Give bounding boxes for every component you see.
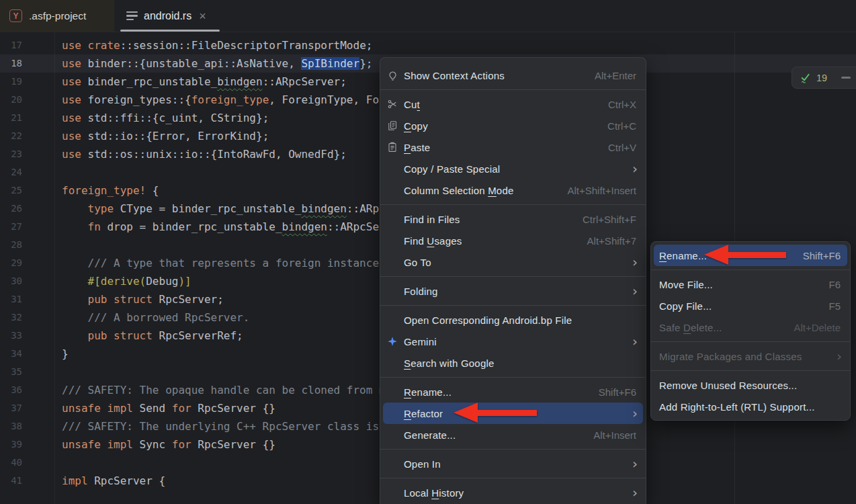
menu-item-find-usages[interactable]: Find UsagesAlt+Shift+7 [380, 230, 646, 251]
line-number[interactable]: 37 [0, 399, 22, 417]
menu-item-local-history[interactable]: Local History› [380, 482, 646, 503]
code-text: use std::ffi::{c_uint, CString}; [62, 109, 269, 127]
menu-item-label: Find Usages [404, 235, 462, 247]
arrow-pointing-rename [704, 245, 786, 265]
inspections-widget[interactable]: 19 [791, 67, 856, 89]
line-number[interactable]: 24 [0, 163, 22, 181]
menu-item-label: Gemini [404, 336, 437, 347]
line-number[interactable]: 26 [0, 200, 22, 218]
menu-item-label: Search with Google [404, 358, 495, 369]
menu-item-label: Safe Delete... [659, 322, 722, 333]
shortcut-hint: Shift+F6 [599, 386, 636, 398]
scissors-icon [387, 99, 404, 110]
active-tab-indicator [120, 30, 220, 32]
menu-separator [380, 305, 646, 306]
line-number[interactable]: 36 [0, 381, 22, 399]
line-number[interactable]: 21 [0, 109, 22, 127]
menu-item-generate[interactable]: Generate...Alt+Insert [380, 424, 646, 446]
line-number[interactable]: 32 [0, 308, 22, 327]
line-number[interactable]: 33 [0, 327, 22, 345]
menu-item-find-in-files[interactable]: Find in FilesCtrl+Shift+F [380, 208, 646, 230]
line-number[interactable]: 35 [0, 363, 22, 381]
code-line-17[interactable]: 17use crate::session::FileDescriptorTran… [0, 36, 856, 54]
code-text: type CType = binder_rpc_unstable_bindgen… [62, 200, 431, 218]
line-number[interactable]: 27 [0, 218, 22, 236]
lightbulb-icon [387, 70, 404, 81]
code-text: use binder_rpc_unstable_bindgen::ARpcSer… [62, 73, 347, 91]
shortcut-hint: Ctrl+V [608, 142, 636, 153]
line-number[interactable]: 19 [0, 73, 22, 91]
menu-item-search-with-google[interactable]: Search with Google [380, 352, 646, 374]
line-number[interactable]: 41 [0, 472, 22, 490]
yaml-file-icon: Y [9, 9, 22, 22]
code-text: #[derive(Debug)] [62, 272, 191, 290]
menu-item-migrate-packages-and-classes: Migrate Packages and Classes› [651, 345, 850, 367]
chevron-right-icon: › [632, 255, 638, 269]
code-text: } [62, 345, 69, 363]
menu-item-label: Go To [404, 257, 431, 268]
line-number[interactable]: 29 [0, 254, 22, 272]
warning-count: 19 [816, 73, 827, 83]
code-text: pub struct RpcServer; [62, 290, 224, 308]
menu-item-rename[interactable]: Rename...Shift+F6 [380, 381, 646, 403]
gemini-star-icon [387, 336, 404, 347]
menu-item-label: Remove Unused Resources... [659, 380, 797, 391]
copy-icon [387, 120, 404, 131]
menu-item-move-file[interactable]: Move File...F6 [651, 274, 850, 295]
gutter-separator [54, 32, 55, 504]
menu-item-folding[interactable]: Folding› [380, 280, 646, 302]
line-number[interactable]: 28 [0, 236, 22, 254]
menu-item-open-in[interactable]: Open In› [380, 453, 646, 474]
menu-item-copy[interactable]: CopyCtrl+C [380, 115, 646, 136]
menu-item-label: Cut [404, 99, 420, 110]
menu-item-copy-paste-special[interactable]: Copy / Paste Special› [380, 158, 646, 179]
editor-tab-bar: Y .asfp-project android.rs × [0, 0, 856, 32]
tab-asfp-project[interactable]: Y .asfp-project [0, 0, 114, 32]
menu-item-open-corresponding-android-bp-file[interactable]: Open Corresponding Android.bp File [380, 309, 646, 331]
menu-separator [651, 341, 850, 342]
line-number[interactable]: 31 [0, 290, 22, 308]
menu-item-show-context-actions[interactable]: Show Context ActionsAlt+Enter [380, 65, 646, 86]
line-number[interactable]: 17 [0, 36, 22, 54]
menu-separator [380, 204, 646, 205]
line-number[interactable]: 30 [0, 272, 22, 290]
code-text: use std::io::{Error, ErrorKind}; [62, 127, 269, 145]
menu-item-label: Show Context Actions [404, 70, 505, 81]
menu-item-copy-file[interactable]: Copy File...F5 [651, 295, 850, 317]
code-text: pub struct RpcServerRef; [62, 327, 243, 345]
line-number[interactable]: 20 [0, 91, 22, 109]
line-number[interactable]: 22 [0, 127, 22, 145]
code-text: /// A borrowed RpcServer. [62, 308, 249, 327]
line-number[interactable]: 39 [0, 435, 22, 454]
code-text: unsafe impl Send for RpcServer {} [62, 399, 275, 417]
menu-item-column-selection-mode[interactable]: Column Selection ModeAlt+Shift+Insert [380, 179, 646, 201]
menu-separator [380, 276, 646, 277]
shortcut-hint: Alt+Shift+Insert [567, 185, 636, 196]
chevron-right-icon: › [632, 486, 638, 499]
menu-item-add-right-to-left-rtl-support[interactable]: Add Right-to-Left (RTL) Support... [651, 396, 850, 417]
line-number[interactable]: 25 [0, 181, 22, 200]
close-tab-icon[interactable]: × [199, 10, 206, 22]
line-number[interactable]: 38 [0, 417, 22, 435]
code-text: use binder::{unstable_api::AsNative, SpI… [62, 54, 372, 73]
line-number[interactable]: 23 [0, 145, 22, 163]
menu-item-paste[interactable]: PasteCtrl+V [380, 136, 646, 158]
line-number[interactable]: 18 [0, 54, 22, 73]
chevron-right-icon: › [632, 407, 638, 420]
line-number[interactable]: 40 [0, 454, 22, 472]
menu-item-remove-unused-resources[interactable]: Remove Unused Resources... [651, 374, 850, 396]
menu-item-go-to[interactable]: Go To› [380, 251, 646, 273]
line-number[interactable]: 34 [0, 345, 22, 363]
menu-item-label: Copy / Paste Special [404, 163, 500, 175]
menu-item-gemini[interactable]: Gemini› [380, 331, 646, 352]
chevron-right-icon: › [632, 457, 638, 470]
tab-android-rs[interactable]: android.rs × [118, 0, 222, 32]
context-menu: Show Context ActionsAlt+EnterCutCtrl+XCo… [380, 57, 646, 504]
menu-item-label: Folding [404, 286, 438, 297]
menu-separator [380, 377, 646, 378]
menu-item-cut[interactable]: CutCtrl+X [380, 93, 646, 115]
code-text: impl RpcServer { [62, 472, 165, 490]
chevron-right-icon: › [837, 349, 842, 363]
widget-more-icon[interactable] [841, 77, 851, 79]
menu-separator [651, 370, 850, 371]
